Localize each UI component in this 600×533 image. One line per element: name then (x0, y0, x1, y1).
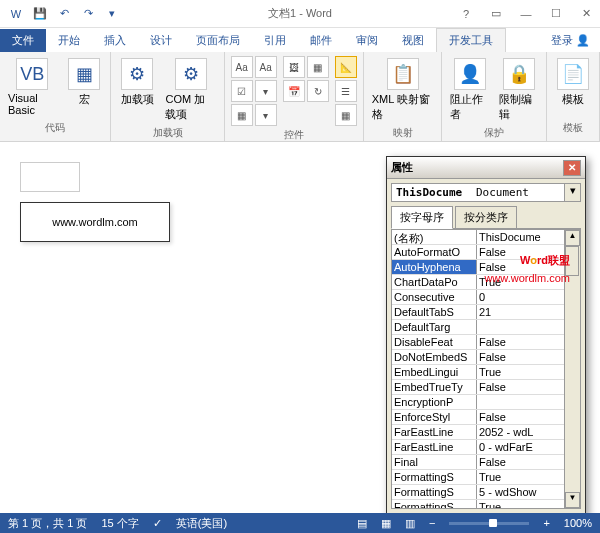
property-row[interactable]: DefaultTabS21 (392, 305, 580, 320)
vb-icon: VB (16, 58, 48, 90)
property-name: AutoHyphena (392, 260, 477, 274)
block-authors-button[interactable]: 👤阻止作者 (448, 56, 491, 124)
properties-close-button[interactable]: ✕ (563, 160, 581, 176)
design-mode-button[interactable]: 📐 (335, 56, 357, 78)
picture-icon[interactable]: 🖼 (283, 56, 305, 78)
property-name: FarEastLine (392, 440, 477, 454)
property-grid[interactable]: (名称)ThisDocumeAutoFormatOFalseAutoHyphen… (391, 229, 581, 509)
tab-design[interactable]: 设计 (138, 29, 184, 52)
close-icon[interactable]: ✕ (572, 4, 600, 24)
qat-dropdown-icon[interactable]: ▾ (102, 4, 122, 24)
xml-mapping-button[interactable]: 📋XML 映射窗格 (370, 56, 436, 124)
property-row[interactable]: FarEastLine0 - wdFarE (392, 440, 580, 455)
property-row[interactable]: FarEastLine2052 - wdL (392, 425, 580, 440)
property-row[interactable]: EmbedTrueTyFalse (392, 380, 580, 395)
property-row[interactable]: FormattingSTrue (392, 470, 580, 485)
undo-icon[interactable]: ↶ (54, 4, 74, 24)
property-row[interactable]: (名称)ThisDocume (392, 230, 580, 245)
tab-mailings[interactable]: 邮件 (298, 29, 344, 52)
properties-titlebar[interactable]: 属性 ✕ (387, 157, 585, 179)
properties-title-text: 属性 (391, 160, 413, 175)
aa-rich-icon[interactable]: Aa (231, 56, 253, 78)
group-code: VBVisual Basic ▦宏 代码 (0, 52, 111, 141)
tab-developer[interactable]: 开发工具 (436, 28, 506, 52)
properties-window[interactable]: 属性 ✕ ThisDocume Document ▾ 按字母序 按分类序 (名称… (386, 156, 586, 516)
building-icon[interactable]: ▦ (307, 56, 329, 78)
word-count[interactable]: 15 个字 (101, 516, 138, 531)
redo-icon[interactable]: ↷ (78, 4, 98, 24)
com-addin-button[interactable]: ⚙COM 加载项 (163, 56, 217, 124)
template-button[interactable]: 📄模板 (553, 56, 593, 109)
property-row[interactable]: EncryptionP (392, 395, 580, 410)
property-row[interactable]: DefaultTarg (392, 320, 580, 335)
group-button[interactable]: ▦ (335, 104, 357, 126)
date-icon[interactable]: 📅 (283, 80, 305, 102)
tab-insert[interactable]: 插入 (92, 29, 138, 52)
group-label: 保护 (484, 124, 504, 142)
property-row[interactable]: DisableFeatFalse (392, 335, 580, 350)
tab-review[interactable]: 审阅 (344, 29, 390, 52)
login-button[interactable]: 登录 👤 (541, 29, 600, 52)
status-bar: 第 1 页，共 1 页 15 个字 ✓ 英语(美国) ▤ ▦ ▥ − + 100… (0, 513, 600, 533)
legacy-icon[interactable]: ▦ (231, 104, 253, 126)
group-label: 代码 (45, 119, 65, 137)
textbox-control[interactable]: www.wordlm.com (20, 202, 170, 242)
combo-icon[interactable]: ▾ (255, 80, 277, 102)
group-mapping: 📋XML 映射窗格 映射 (364, 52, 443, 141)
scroll-down-icon[interactable]: ▼ (565, 492, 580, 508)
properties-button[interactable]: ☰ (335, 80, 357, 102)
property-row[interactable]: EmbedLinguiTrue (392, 365, 580, 380)
maximize-icon[interactable]: ☐ (542, 4, 570, 24)
window-title: 文档1 - Word (268, 6, 332, 21)
property-name: EnforceStyl (392, 410, 477, 424)
tab-references[interactable]: 引用 (252, 29, 298, 52)
macro-icon: ▦ (68, 58, 100, 90)
property-tabs: 按字母序 按分类序 (391, 206, 581, 229)
language-indicator[interactable]: 英语(美国) (176, 516, 227, 531)
property-row[interactable]: FormattingS5 - wdShow (392, 485, 580, 500)
zoom-out-icon[interactable]: − (429, 517, 435, 529)
word-icon[interactable]: W (6, 4, 26, 24)
addin-button[interactable]: ⚙加载项 (117, 56, 157, 109)
property-name: FormattingS (392, 470, 477, 484)
page-indicator[interactable]: 第 1 页，共 1 页 (8, 516, 87, 531)
tab-view[interactable]: 视图 (390, 29, 436, 52)
dropdown-icon[interactable]: ▾ (564, 184, 580, 201)
aa-plain-icon[interactable]: Aa (255, 56, 277, 78)
help-icon[interactable]: ? (452, 4, 480, 24)
zoom-slider[interactable] (449, 522, 529, 525)
zoom-level[interactable]: 100% (564, 517, 592, 529)
property-row[interactable]: EnforceStylFalse (392, 410, 580, 425)
object-selector[interactable]: ThisDocume Document ▾ (391, 183, 581, 202)
more-icon[interactable]: ▾ (255, 104, 277, 126)
zoom-in-icon[interactable]: + (543, 517, 549, 529)
restrict-editing-button[interactable]: 🔒限制编辑 (497, 56, 540, 124)
macro-button[interactable]: ▦宏 (64, 56, 104, 109)
ribbon-options-icon[interactable]: ▭ (482, 4, 510, 24)
checkbox-icon[interactable]: ☑ (231, 80, 253, 102)
tab-layout[interactable]: 页面布局 (184, 29, 252, 52)
save-icon[interactable]: 💾 (30, 4, 50, 24)
lock-icon: 🔒 (503, 58, 535, 90)
view-print-icon[interactable]: ▦ (381, 517, 391, 530)
group-template: 📄模板 模板 (547, 52, 600, 141)
proofing-icon[interactable]: ✓ (153, 517, 162, 530)
property-name: Consecutive (392, 290, 477, 304)
tab-alphabetic[interactable]: 按字母序 (391, 206, 453, 229)
com-icon: ⚙ (175, 58, 207, 90)
property-row[interactable]: FinalFalse (392, 455, 580, 470)
tab-categorized[interactable]: 按分类序 (455, 206, 517, 229)
property-row[interactable]: DoNotEmbedSFalse (392, 350, 580, 365)
scroll-up-icon[interactable]: ▲ (565, 230, 580, 246)
view-web-icon[interactable]: ▥ (405, 517, 415, 530)
tab-file[interactable]: 文件 (0, 29, 46, 52)
tab-home[interactable]: 开始 (46, 29, 92, 52)
property-row[interactable]: Consecutive0 (392, 290, 580, 305)
repeat-icon[interactable]: ↻ (307, 80, 329, 102)
view-read-icon[interactable]: ▤ (357, 517, 367, 530)
property-row[interactable]: FormattingSTrue (392, 500, 580, 509)
minimize-icon[interactable]: — (512, 4, 540, 24)
visual-basic-button[interactable]: VBVisual Basic (6, 56, 58, 118)
property-row[interactable]: AutoFormatOFalse (392, 245, 580, 260)
property-name: (名称) (392, 230, 477, 244)
